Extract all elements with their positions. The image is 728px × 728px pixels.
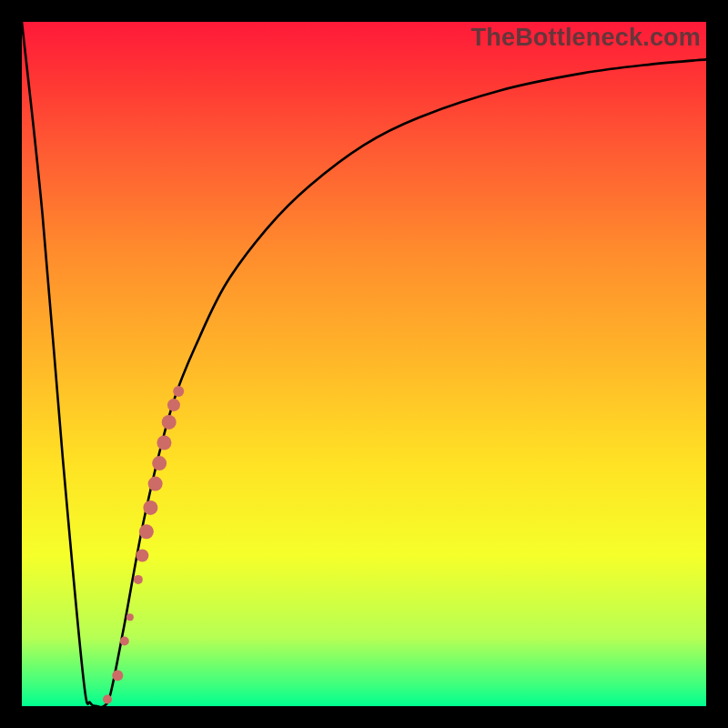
marker-dot xyxy=(112,670,123,681)
chart-frame: TheBottleneck.com xyxy=(0,0,728,728)
marker-dot xyxy=(152,456,167,470)
marker-dot xyxy=(139,524,154,539)
bottleneck-curve xyxy=(22,22,706,707)
marker-dot xyxy=(162,415,177,430)
marker-dot xyxy=(103,694,112,703)
marker-dot xyxy=(157,435,171,450)
marker-group xyxy=(103,386,184,703)
marker-dot xyxy=(173,386,184,397)
marker-dot xyxy=(134,575,143,584)
marker-dot xyxy=(143,500,157,515)
marker-dot xyxy=(136,550,148,562)
marker-dot xyxy=(148,477,163,491)
chart-svg xyxy=(22,22,706,706)
plot-area: TheBottleneck.com xyxy=(22,22,706,706)
marker-dot xyxy=(120,637,129,646)
marker-dot xyxy=(167,399,180,411)
marker-dot xyxy=(126,613,134,621)
